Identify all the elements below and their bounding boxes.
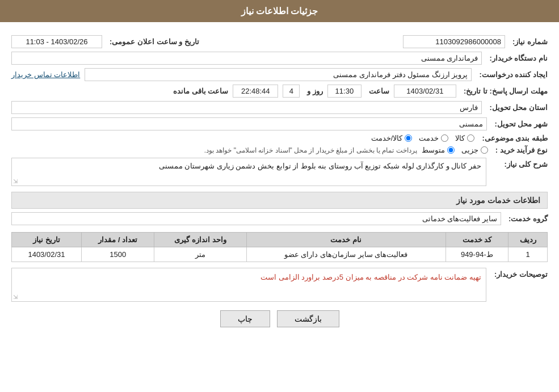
- noefar-note: پرداخت تمام یا بخشی از مبلغ خریدار از مح…: [204, 146, 417, 154]
- namdastgah-value: فرمانداری ممسنی: [11, 52, 482, 65]
- shahr-label: شهر محل تحویل:: [491, 120, 548, 128]
- noefar-radio-group: جزیی متوسط: [422, 146, 488, 154]
- tarikh-value: 1403/02/26 - 11:03: [11, 35, 102, 48]
- baghimandeh-label: ساعت باقی مانده: [170, 87, 228, 95]
- services-table: ردیف کد خدمت نام خدمت واحد اندازه گیری ت…: [11, 232, 548, 262]
- buttons-row: بازگشت چاپ: [11, 310, 548, 327]
- tabaqeh-kala-khedmat-label: کالا/خدمت: [371, 134, 403, 142]
- tabaqeh-kala-khedmat-item[interactable]: کالا/خدمت: [371, 134, 413, 142]
- buyer-desc-value: تهیه ضمانت نامه شرکت در مناقصه به میزان …: [260, 273, 481, 281]
- buyer-desc-label: توصیحات خریدار:: [491, 268, 548, 279]
- tabaqeh-radio-group: کالا خدمت کالا/خدمت: [371, 134, 475, 142]
- desc-resize-icon: ⇲: [13, 294, 18, 300]
- noefar-label: نوع فرآیند خرید :: [493, 146, 548, 154]
- shenmareh-label: شماره نیاز:: [510, 37, 548, 46]
- yjad-label: ایجاد کننده درخواست:: [476, 70, 548, 79]
- tabaqeh-khedmat-item[interactable]: خدمت: [419, 134, 448, 142]
- page-header: جزئیات اطلاعات نیاز: [0, 0, 559, 22]
- tarikh-label: تاریخ و ساعت اعلان عمومی:: [107, 37, 199, 46]
- noefar-jozi-radio[interactable]: [481, 146, 488, 154]
- group-value: سایر فعالیت‌های خدماتی: [11, 212, 501, 225]
- noefar-jozi-label: جزیی: [461, 146, 478, 154]
- tabaqeh-khedmat-label: خدمت: [419, 134, 439, 142]
- sharh-box: حفر کانال و کارگذاری لوله شبکه توزیع آب …: [11, 158, 486, 186]
- mohlat-saaat: 11:30: [327, 85, 362, 98]
- group-label: گروه خدمت:: [506, 214, 548, 223]
- noefar-motosat-item[interactable]: متوسط: [422, 146, 455, 154]
- sharh-value: حفر کانال و کارگذاری لوله شبکه توزیع آب …: [159, 162, 481, 170]
- shahr-value: ممسنی: [11, 117, 487, 130]
- buyer-desc-box: تهیه ضمانت نامه شرکت در مناقصه به میزان …: [11, 268, 486, 302]
- services-section-title: اطلاعات خدمات مورد نیاز: [11, 192, 548, 209]
- col-tedad: تعداد / مقدار: [81, 233, 154, 247]
- ostaan-label: استان محل تحویل:: [486, 103, 548, 112]
- sharh-label: شرح کلی نیاز:: [491, 158, 548, 168]
- col-nam: نام خدمت: [246, 233, 445, 247]
- col-tarikh: تاریخ نیاز: [12, 233, 82, 247]
- saaat-label: ساعت: [366, 87, 389, 95]
- cell-nam_khedmat: فعالیت‌های سایر سازمان‌های دارای عضو: [246, 247, 445, 262]
- tabaqeh-khedmat-radio[interactable]: [441, 134, 448, 142]
- col-radif: ردیف: [508, 233, 548, 247]
- mohlat-rooz: 4: [283, 85, 300, 98]
- cell-vahed: متر: [154, 247, 246, 262]
- col-kod: کد خدمت: [445, 233, 508, 247]
- elamat-tamas-link[interactable]: اطلاعات تماس خریدار: [11, 70, 80, 79]
- rooz-label: روز و: [304, 87, 323, 95]
- noefar-jozi-item[interactable]: جزیی: [461, 146, 488, 154]
- shenmareh-value: 1103092986000008: [403, 35, 505, 48]
- tabaqeh-label: طبقه بندی موضوعی:: [479, 134, 548, 142]
- tabaqeh-kala-item[interactable]: کالا: [455, 134, 474, 142]
- mohlat-label: مهلت ارسال پاسخ: تا تاریخ:: [461, 87, 548, 95]
- col-vahed: واحد اندازه گیری: [154, 233, 246, 247]
- tabaqeh-kala-khedmat-radio[interactable]: [405, 134, 412, 142]
- mohlat-baghimandeh: 22:48:44: [233, 85, 278, 98]
- services-table-section: ردیف کد خدمت نام خدمت واحد اندازه گیری ت…: [11, 232, 548, 262]
- page-title: جزئیات اطلاعات نیاز: [241, 6, 318, 16]
- noefar-motosat-radio[interactable]: [447, 146, 455, 154]
- tabaqeh-kala-label: کالا: [455, 134, 465, 142]
- yjad-value: پرویز ارزنگ مسئول دفتر فرمانداری ممسنی: [85, 68, 472, 81]
- namdastgah-label: نام دستگاه خریدار:: [486, 54, 548, 62]
- cell-radif: 1: [508, 247, 548, 262]
- cell-kod_khedmat: ط-94-949: [445, 247, 508, 262]
- table-row: 1ط-94-949فعالیت‌های سایر سازمان‌های دارا…: [12, 247, 548, 262]
- cell-tedad: 1500: [81, 247, 154, 262]
- cell-tarikh: 1403/02/31: [12, 247, 82, 262]
- tabaqeh-kala-radio[interactable]: [467, 134, 474, 142]
- ostaan-value: فارس: [11, 101, 482, 114]
- print-button[interactable]: چاپ: [220, 310, 270, 327]
- mohlat-date: 1403/02/31: [394, 85, 456, 98]
- back-button[interactable]: بازگشت: [277, 310, 339, 327]
- resize-icon: ⇲: [13, 178, 18, 184]
- noefar-motosat-label: متوسط: [422, 146, 445, 154]
